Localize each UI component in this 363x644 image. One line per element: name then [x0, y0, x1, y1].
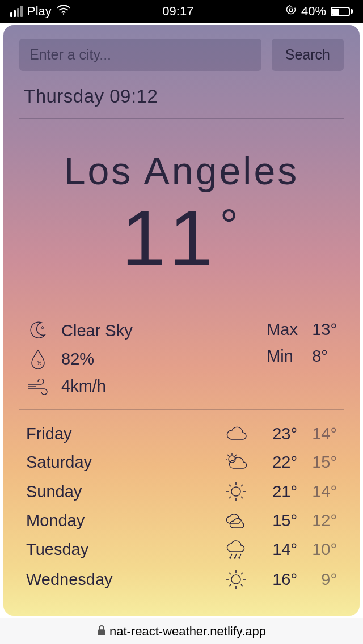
wifi-icon: [56, 4, 71, 19]
forecast-day: Sunday: [26, 482, 219, 501]
svg-line-27: [241, 584, 243, 586]
svg-line-14: [229, 485, 231, 486]
status-time: 09:17: [162, 4, 193, 19]
forecast-row: Sunday21°14°: [26, 476, 337, 507]
cloud-icon: [219, 426, 253, 443]
forecast-day: Monday: [26, 511, 219, 530]
city-search-input[interactable]: [19, 39, 261, 71]
battery-icon: [331, 7, 353, 16]
svg-line-15: [241, 497, 243, 498]
forecast-high: 21°: [253, 482, 297, 501]
condition-text: Clear Sky: [61, 321, 133, 340]
forecast-row: Saturday22°15°: [26, 448, 337, 476]
signal-icon: [10, 6, 23, 17]
orientation-lock-icon: [285, 4, 297, 19]
sun-icon: [219, 569, 253, 590]
forecast-low: 9°: [297, 570, 337, 589]
divider: [19, 118, 344, 119]
battery-percent: 40%: [301, 4, 326, 19]
current-temperature: 11°: [19, 198, 344, 278]
partly-cloudy-icon: [219, 452, 253, 472]
rain-icon: [219, 539, 253, 560]
forecast-low: 10°: [297, 540, 337, 559]
sun-icon: [219, 481, 253, 502]
degree-symbol: °: [220, 200, 242, 251]
forecast-row: Monday15°12°: [26, 507, 337, 535]
search-button[interactable]: Search: [272, 39, 344, 71]
cloudy-icon: [219, 512, 253, 530]
svg-point-20: [239, 557, 240, 558]
svg-line-7: [227, 455, 229, 456]
svg-line-17: [241, 485, 243, 486]
status-bar: Play 09:17 40%: [0, 0, 363, 23]
lock-icon: [97, 624, 106, 639]
svg-line-29: [241, 573, 243, 574]
svg-rect-2: [289, 9, 292, 11]
svg-line-16: [229, 497, 231, 498]
svg-point-18: [230, 557, 231, 558]
wind-icon: [26, 379, 50, 395]
forecast-list: Friday23°14°Saturday22°15°Sunday21°14°Mo…: [19, 410, 344, 595]
forecast-day: Tuesday: [26, 540, 219, 559]
forecast-row: Wednesday16°9°: [26, 564, 337, 595]
svg-line-28: [229, 584, 231, 586]
forecast-row: Tuesday14°10°: [26, 535, 337, 564]
city-name: Los Angeles: [19, 149, 344, 193]
svg-text:%: %: [37, 360, 41, 366]
forecast-high: 23°: [253, 425, 297, 443]
svg-point-0: [62, 13, 64, 15]
forecast-high: 22°: [253, 453, 297, 472]
svg-rect-30: [98, 630, 105, 635]
url-text: nat-react-weather.netlify.app: [109, 624, 266, 639]
browser-url-bar[interactable]: nat-react-weather.netlify.app: [0, 618, 363, 644]
forecast-day: Friday: [26, 425, 219, 443]
weather-app: Search Thursday 09:12 Los Angeles 11° Cl…: [3, 25, 360, 616]
temp-value: 11: [121, 193, 217, 282]
forecast-row: Friday23°14°: [26, 420, 337, 448]
forecast-day: Wednesday: [26, 570, 219, 589]
forecast-high: 15°: [253, 511, 297, 530]
moon-icon: [26, 320, 50, 341]
forecast-low: 14°: [297, 482, 337, 501]
carrier-label: Play: [27, 4, 52, 19]
current-datetime: Thursday 09:12: [24, 86, 344, 107]
humidity-value: 82%: [61, 350, 94, 368]
forecast-high: 14°: [253, 540, 297, 559]
svg-line-26: [229, 573, 231, 574]
svg-point-9: [231, 487, 240, 496]
svg-line-8: [235, 455, 237, 456]
humidity-icon: %: [26, 349, 50, 369]
forecast-high: 16°: [253, 570, 297, 589]
max-label: Max: [267, 320, 303, 339]
forecast-low: 12°: [297, 511, 337, 530]
min-label: Min: [267, 347, 303, 366]
forecast-day: Saturday: [26, 453, 219, 472]
svg-point-21: [231, 575, 240, 584]
wind-value: 4km/h: [61, 377, 106, 396]
forecast-low: 15°: [297, 453, 337, 472]
svg-point-19: [234, 557, 235, 558]
forecast-low: 14°: [297, 425, 337, 443]
max-temp: 13°: [312, 320, 337, 339]
min-temp: 8°: [312, 347, 328, 366]
